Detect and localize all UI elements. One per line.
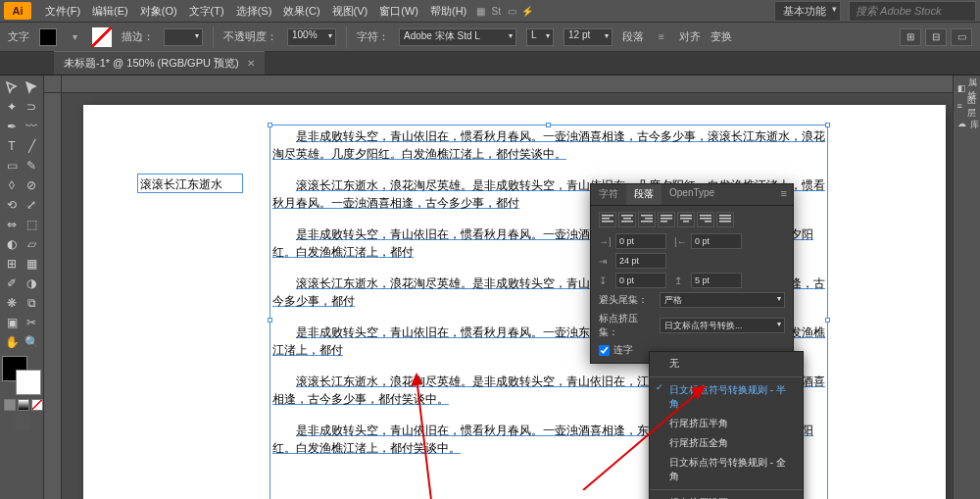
shaper-tool[interactable]: ◊: [2, 175, 22, 195]
screen-mode[interactable]: [13, 413, 30, 430]
burasagari-dropdown[interactable]: 日文标点符号转换...: [660, 318, 785, 333]
menu-opt-none[interactable]: 无: [650, 354, 803, 374]
text-frame-1[interactable]: 滚滚长江东逝水: [137, 174, 243, 193]
align-left[interactable]: [599, 212, 616, 227]
slice-tool[interactable]: ✂: [22, 313, 41, 332]
menu-effect[interactable]: 效果(C): [277, 4, 325, 19]
pen-tool[interactable]: ✒: [2, 117, 22, 136]
align-label[interactable]: 对齐: [679, 29, 701, 44]
firstline-field[interactable]: [615, 253, 666, 269]
bridge-icon[interactable]: ▦: [472, 3, 488, 19]
curvature-tool[interactable]: 〰: [22, 117, 41, 136]
artboard-tool[interactable]: ▣: [2, 313, 22, 332]
free-transform-tool[interactable]: ⬚: [22, 215, 41, 234]
none-mode[interactable]: [31, 399, 43, 411]
indent-right-field[interactable]: [691, 233, 742, 249]
magic-wand-tool[interactable]: ✦: [2, 97, 22, 117]
justify-last-left[interactable]: [658, 212, 675, 227]
zoom-tool[interactable]: 🔍: [22, 332, 41, 352]
align-left-icon[interactable]: ≡: [654, 29, 669, 45]
menu-edit[interactable]: 编辑(E): [86, 4, 134, 19]
indent-right-icon: |←: [674, 236, 688, 247]
menu-view[interactable]: 视图(V): [326, 4, 374, 19]
tab-character[interactable]: 字符: [591, 184, 626, 205]
space-after-field[interactable]: [691, 273, 742, 288]
panel-menu-icon[interactable]: ≡: [775, 184, 793, 205]
menu-opt-trail-half[interactable]: 行尾挤压半角: [650, 414, 803, 433]
font-style[interactable]: L: [526, 28, 554, 46]
canvas[interactable]: 滚滚长江东逝水 是非成败转头空，青山依旧在，惯看秋月春风。一壶浊酒喜相逢，古今多…: [44, 75, 953, 499]
hand-tool[interactable]: ✋: [2, 332, 22, 352]
font-family[interactable]: Adobe 宋体 Std L: [399, 28, 516, 46]
transform-label[interactable]: 变换: [710, 29, 732, 44]
document-tab-bar: 未标题-1* @ 150% (RGB/GPU 预览) ✕: [0, 52, 980, 75]
line-tool[interactable]: ╱: [22, 136, 41, 156]
menu-opt-trail-full[interactable]: 行尾挤压全角: [650, 433, 803, 453]
fill-swatch[interactable]: [39, 28, 57, 46]
arrange-icon[interactable]: ▭: [504, 3, 519, 19]
brush-tool[interactable]: ✎: [22, 156, 41, 175]
gradient-mode[interactable]: [18, 399, 29, 411]
tab-paragraph[interactable]: 段落: [626, 184, 662, 205]
para-label[interactable]: 段落: [622, 29, 644, 44]
menu-help[interactable]: 帮助(H): [424, 4, 472, 19]
blend-tool[interactable]: ◑: [22, 274, 41, 293]
menu-file[interactable]: 文件(F): [39, 4, 86, 19]
justify-all[interactable]: [716, 212, 734, 227]
width-tool[interactable]: ⇔: [2, 215, 22, 234]
menu-object[interactable]: 对象(O): [134, 4, 183, 19]
svg-rect-7: [645, 218, 653, 220]
close-icon[interactable]: ✕: [247, 58, 255, 69]
menu-select[interactable]: 选择(S): [230, 4, 278, 19]
rotate-tool[interactable]: ⟲: [2, 195, 22, 215]
align-center[interactable]: [618, 212, 636, 227]
direct-selection-tool[interactable]: [22, 77, 41, 97]
panel-layers[interactable]: ≡图层: [956, 99, 979, 115]
isolate-button[interactable]: ⊞: [900, 28, 921, 46]
kinsoku-dropdown[interactable]: 严格: [660, 292, 785, 308]
symbol-tool[interactable]: ❋: [2, 293, 22, 313]
color-mode[interactable]: [4, 399, 16, 411]
menu-type[interactable]: 文字(T): [183, 4, 230, 19]
edit-button[interactable]: ⊟: [925, 28, 947, 46]
menu-opt-full[interactable]: 日文标点符号转换规则 - 全角: [650, 453, 803, 486]
selection-tool[interactable]: [2, 77, 22, 97]
opacity-field[interactable]: 100%: [287, 28, 336, 46]
menu-opt-half[interactable]: 日文标点符号转换规则 - 半角: [650, 380, 803, 414]
document-tab[interactable]: 未标题-1* @ 150% (RGB/GPU 预览) ✕: [54, 51, 265, 75]
mesh-tool[interactable]: ⊞: [2, 254, 22, 274]
more-button[interactable]: ▭: [951, 28, 972, 46]
ruler-vertical[interactable]: [44, 93, 62, 499]
stock-icon[interactable]: St: [488, 3, 504, 19]
rectangle-tool[interactable]: ▭: [2, 156, 22, 175]
fill-stroke-swatch[interactable]: [2, 356, 41, 395]
search-input[interactable]: 搜索 Adobe Stock: [849, 1, 976, 22]
eyedropper-tool[interactable]: ✐: [2, 274, 22, 293]
workspace-switcher[interactable]: 基本功能: [774, 1, 841, 22]
hyphenate-checkbox[interactable]: [599, 345, 610, 356]
shape-builder-tool[interactable]: ◐: [2, 234, 22, 254]
indent-left-field[interactable]: [615, 233, 666, 249]
font-size[interactable]: 12 pt: [564, 28, 612, 46]
stroke-weight[interactable]: [164, 28, 203, 46]
eraser-tool[interactable]: ⊘: [22, 175, 41, 195]
lasso-tool[interactable]: ⊃: [22, 97, 41, 117]
graph-tool[interactable]: ⧉: [22, 293, 41, 313]
justify-last-center[interactable]: [677, 212, 695, 227]
menu-window[interactable]: 窗口(W): [373, 4, 424, 19]
stroke-none-swatch[interactable]: [92, 27, 112, 47]
ruler-horizontal[interactable]: [62, 75, 953, 93]
align-right[interactable]: [638, 212, 656, 227]
perspective-tool[interactable]: ▱: [22, 234, 41, 254]
panel-libraries[interactable]: ☁库: [956, 117, 979, 132]
fill-dropdown-icon[interactable]: ▾: [67, 29, 82, 45]
svg-rect-14: [683, 221, 689, 223]
justify-last-right[interactable]: [697, 212, 714, 227]
gradient-tool[interactable]: ▦: [22, 254, 41, 274]
space-before-field[interactable]: [615, 273, 666, 288]
type-tool[interactable]: T: [2, 136, 22, 156]
tab-opentype[interactable]: OpenType: [662, 184, 722, 205]
scale-tool[interactable]: ⤢: [22, 195, 41, 215]
gpu-icon[interactable]: ⚡: [519, 3, 535, 19]
menu-opt-settings[interactable]: 标点挤压设置...: [650, 493, 803, 499]
